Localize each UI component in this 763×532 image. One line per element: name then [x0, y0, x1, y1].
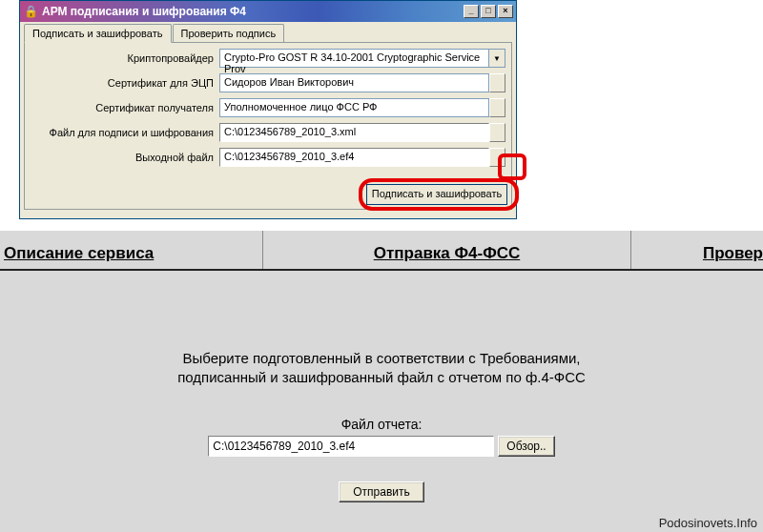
out-file-label: Выходной файл	[25, 152, 219, 163]
chevron-down-icon[interactable]: ▼	[489, 49, 505, 68]
titlebar[interactable]: 🔒 АРМ подписания и шифрования Ф4 _ □ ×	[20, 1, 516, 22]
submit-button[interactable]: Отправить	[339, 481, 424, 502]
instructions-text: Выберите подготовленный в соответствии с…	[0, 349, 763, 388]
out-file-value[interactable]: C:\0123456789_2010_3.ef4	[219, 148, 489, 167]
window-title: АРМ подписания и шифрования Ф4	[42, 5, 462, 18]
cert-recipient-browse-button[interactable]	[489, 98, 505, 117]
page-tabs: Описание сервиса Отправка Ф4-ФСС Провер	[0, 231, 763, 271]
crypto-provider-value[interactable]: Crypto-Pro GOST R 34.10-2001 Cryptograph…	[219, 49, 489, 68]
sign-file-label: Файл для подписи и шифрования	[25, 127, 219, 138]
cert-ecp-browse-button[interactable]	[489, 73, 505, 92]
maximize-button[interactable]: □	[481, 5, 496, 18]
tab-sign-encrypt[interactable]: Подписать и зашифровать	[24, 24, 172, 43]
sign-encrypt-window: 🔒 АРМ подписания и шифрования Ф4 _ □ × П…	[19, 0, 517, 219]
browse-button[interactable]: Обзор..	[498, 436, 554, 457]
webpage-area: Описание сервиса Отправка Ф4-ФСС Провер …	[0, 231, 763, 532]
cert-ecp-label: Сертификат для ЭЦП	[25, 77, 219, 89]
tabstrip: Подписать и зашифровать Проверить подпис…	[20, 22, 516, 43]
minimize-button[interactable]: _	[464, 5, 479, 18]
sign-file-value[interactable]: C:\0123456789_2010_3.xml	[219, 123, 489, 142]
tab-panel: Криптопровайдер Crypto-Pro GOST R 34.10-…	[24, 42, 512, 210]
watermark: Podosinovets.Info	[659, 516, 757, 530]
sign-encrypt-button[interactable]: Подписать и зашифровать	[366, 184, 507, 205]
cert-recipient-label: Сертификат получателя	[25, 102, 219, 113]
lock-icon: 🔒	[24, 5, 37, 18]
tab-send-f4[interactable]: Отправка Ф4-ФСС	[263, 231, 631, 269]
out-file-browse-button[interactable]	[489, 148, 505, 167]
cert-recipient-value[interactable]: Уполномоченное лицо ФСС РФ	[219, 98, 489, 117]
tab-check[interactable]: Провер	[631, 231, 763, 269]
report-file-input[interactable]	[208, 436, 494, 457]
tab-verify[interactable]: Проверить подпись	[173, 24, 285, 43]
crypto-provider-label: Криптопровайдер	[25, 52, 219, 64]
report-file-label: Файл отчета:	[0, 417, 763, 432]
crypto-provider-combo[interactable]: Crypto-Pro GOST R 34.10-2001 Cryptograph…	[219, 49, 505, 68]
sign-file-browse-button[interactable]	[489, 123, 505, 142]
tab-service-description[interactable]: Описание сервиса	[0, 231, 263, 269]
cert-ecp-value[interactable]: Сидоров Иван Викторович	[219, 73, 489, 92]
close-button[interactable]: ×	[498, 5, 513, 18]
